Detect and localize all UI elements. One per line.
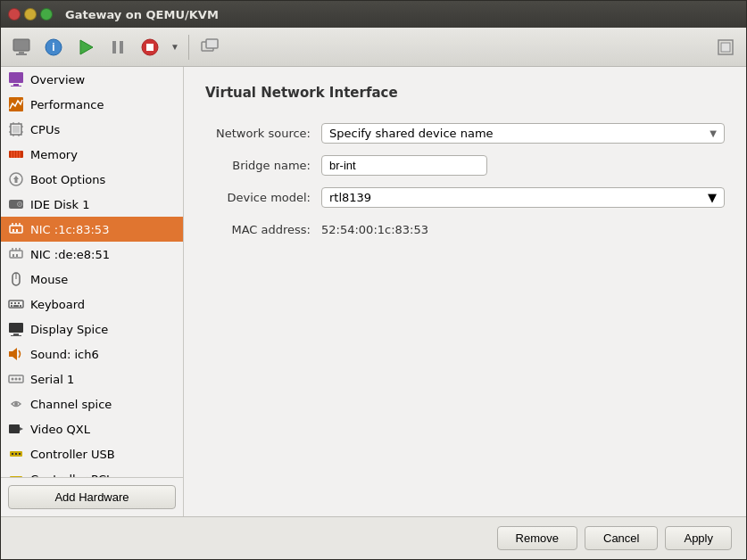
maximize-button[interactable] (40, 8, 53, 21)
sidebar-item-serial[interactable]: Serial 1 (1, 366, 183, 391)
svg-text:i: i (52, 41, 54, 54)
device-model-value: rtl8139 (329, 191, 371, 204)
monitor-icon (12, 37, 31, 57)
sidebar-item-label: CPUs (30, 123, 60, 136)
sidebar-item-label: Controller USB (30, 448, 115, 461)
info-icon: i (44, 37, 63, 57)
pause-button[interactable] (103, 32, 133, 62)
sidebar-item-mouse[interactable]: Mouse (1, 267, 183, 292)
overview-toolbar-button[interactable] (6, 32, 37, 62)
cpu-icon (8, 121, 24, 137)
titlebar: Gateway on QEMU/KVM (1, 1, 746, 28)
svg-rect-14 (9, 72, 23, 83)
sidebar-item-label: Keyboard (30, 298, 85, 311)
sidebar-item-label: Mouse (30, 273, 68, 286)
sidebar-item-label: Serial 1 (30, 373, 74, 386)
svg-point-65 (15, 378, 18, 381)
disk-icon (8, 196, 24, 212)
svg-marker-5 (80, 40, 93, 54)
sidebar-item-label: Boot Options (30, 173, 105, 186)
svg-rect-13 (721, 43, 730, 52)
sidebar-item-label: IDE Disk 1 (30, 198, 90, 211)
video-icon (8, 421, 24, 437)
svg-rect-54 (18, 302, 20, 304)
sidebar-item-label: Performance (30, 98, 104, 111)
svg-rect-19 (12, 126, 20, 133)
network-source-control: Specify shared device name ▼ (321, 117, 725, 149)
svg-rect-71 (12, 453, 13, 455)
nic-icon (8, 221, 24, 237)
sidebar-item-label: Sound: ich6 (30, 348, 99, 361)
sound-icon (8, 346, 24, 362)
svg-rect-68 (9, 424, 20, 433)
performance-icon (8, 96, 24, 112)
run-button[interactable] (71, 32, 101, 62)
svg-point-67 (14, 402, 18, 406)
device-model-dropdown[interactable]: rtl8139 ▼ (321, 187, 725, 208)
add-hardware-button[interactable]: Add Hardware (8, 485, 176, 509)
network-source-dropdown[interactable]: Specify shared device name ▼ (321, 123, 725, 144)
sidebar-item-display-spice[interactable]: Display Spice (1, 317, 183, 342)
fullscreen-button[interactable] (710, 32, 741, 62)
display-icon (8, 321, 24, 337)
svg-rect-38 (12, 229, 14, 232)
svg-rect-44 (12, 254, 14, 257)
sidebar-item-performance[interactable]: Performance (1, 92, 183, 117)
svg-rect-2 (16, 54, 27, 55)
svg-rect-55 (11, 305, 12, 307)
toolbar: i ▼ (1, 28, 746, 67)
svg-rect-61 (9, 351, 12, 357)
network-source-row: Network source: Specify shared device na… (205, 117, 725, 149)
device-model-control: rtl8139 ▼ (321, 181, 725, 213)
svg-rect-73 (19, 453, 21, 455)
sidebar-bottom: Add Hardware (1, 477, 183, 516)
window-title: Gateway on QEMU/KVM (65, 8, 219, 21)
device-model-arrow-icon: ▼ (708, 191, 717, 204)
info-button[interactable]: i (38, 32, 69, 62)
sidebar-item-label: Channel spice (30, 398, 112, 411)
toolbar-separator (188, 35, 189, 60)
bridge-name-label: Bridge name: (205, 149, 321, 181)
stop-button[interactable] (135, 32, 165, 62)
sidebar-item-ide-disk[interactable]: IDE Disk 1 (1, 192, 183, 217)
cancel-button[interactable]: Cancel (585, 526, 658, 550)
overview-icon (8, 71, 24, 87)
minimize-button[interactable] (24, 8, 37, 21)
bridge-name-control (321, 149, 725, 181)
sidebar-item-channel-spice[interactable]: Channel spice (1, 391, 183, 416)
sidebar-item-keyboard[interactable]: Keyboard (1, 292, 183, 317)
bridge-name-input[interactable] (321, 155, 487, 176)
sidebar: Overview Performance CPUs (1, 67, 184, 516)
svg-marker-69 (20, 427, 23, 431)
sidebar-item-label: Overview (30, 73, 85, 86)
sidebar-item-nic-de[interactable]: NIC :de:e8:51 (1, 242, 183, 267)
serial-icon (8, 371, 24, 387)
device-model-label: Device model: (205, 181, 321, 213)
bottom-bar: Remove Cancel Apply (1, 516, 746, 559)
sidebar-item-sound[interactable]: Sound: ich6 (1, 342, 183, 366)
clone-button[interactable] (195, 32, 225, 62)
channel-icon (8, 396, 24, 412)
close-button[interactable] (8, 8, 21, 21)
sidebar-item-memory[interactable]: Memory (1, 142, 183, 167)
sidebar-item-cpus[interactable]: CPUs (1, 117, 183, 142)
mac-address-row: MAC address: 52:54:00:1c:83:53 (205, 213, 725, 245)
sidebar-item-controller-pci[interactable]: Controller PCI (1, 466, 183, 477)
content-area: Virtual Network Interface Network source… (184, 67, 746, 516)
dropdown-arrow-button[interactable]: ▼ (167, 32, 183, 62)
sidebar-item-controller-usb[interactable]: Controller USB (1, 441, 183, 466)
svg-marker-62 (12, 348, 17, 360)
sidebar-item-label: Display Spice (30, 323, 108, 336)
sidebar-item-boot-options[interactable]: Boot Options (1, 167, 183, 192)
sidebar-item-video-qxl[interactable]: Video QXL (1, 416, 183, 441)
device-model-row: Device model: rtl8139 ▼ (205, 181, 725, 213)
apply-button[interactable]: Apply (665, 526, 732, 550)
svg-rect-57 (20, 305, 21, 307)
remove-button[interactable]: Remove (497, 526, 577, 550)
controller-usb-icon (8, 446, 24, 462)
svg-rect-0 (13, 39, 29, 51)
mac-address-label: MAC address: (205, 213, 321, 245)
sidebar-item-nic-1c[interactable]: NIC :1c:83:53 (1, 217, 183, 242)
sidebar-item-overview[interactable]: Overview (1, 67, 183, 92)
svg-rect-53 (14, 302, 16, 304)
